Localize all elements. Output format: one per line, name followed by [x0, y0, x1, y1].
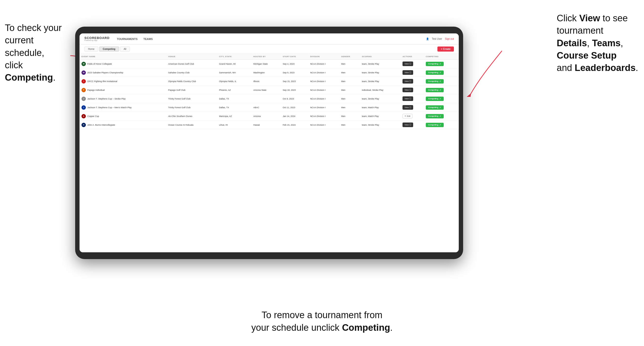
annotation-topleft: To check your current schedule, click Co… [5, 22, 73, 84]
tablet-frame: SCOREBOARD Powered by clipp TOURNAMENTS … [75, 27, 463, 259]
tab-all[interactable]: All [120, 46, 130, 52]
scoreboard-logo: SCOREBOARD Powered by clipp [84, 36, 110, 41]
view-button[interactable]: View ⓘ [402, 105, 413, 110]
cell-scoring: team, Stroke Play [360, 60, 400, 68]
table-row: A Copper Cup Ak-Chin Southern DunesMaric… [80, 112, 459, 121]
cell-venue: Trinity Forest Golf Club [166, 94, 217, 103]
competing-button[interactable]: Competing ✓ [426, 97, 444, 101]
annotation-bottomcenter: To remove a tournament from your schedul… [237, 309, 407, 334]
cell-scoring: team, Match Play [360, 112, 400, 121]
cell-city-state: Grand Haven, MI [217, 60, 251, 68]
cell-hosted-by: Illinois [252, 77, 281, 86]
cell-event-name: I OFCC Fighting Illini Invitational [80, 77, 166, 86]
cell-venue: Ak-Chin Southern Dunes [166, 112, 217, 121]
cell-start-date: Sep 18, 2023 [281, 86, 308, 94]
view-button[interactable]: View ⓘ [402, 70, 413, 75]
event-name-text: Jackson T. Stephens Cup – Men's Match Pl… [87, 106, 132, 109]
cell-event-name: W 2023 Sahalee Players Championship [80, 68, 166, 77]
cell-division: NCAA Division I [308, 77, 339, 86]
table-row: J Jackson T. Stephens Cup – Men's Match … [80, 103, 459, 112]
cell-actions: View ⓘ [400, 86, 424, 94]
event-name-text: Copper Cup [87, 115, 99, 117]
cell-hosted-by: Arizona [252, 112, 281, 121]
filter-bar: Home Competing All + Create [80, 44, 459, 54]
cell-event-name: J Jackson T. Stephens Cup – Stroke Play [80, 94, 166, 103]
edit-button[interactable]: ✏ Edit [402, 114, 412, 118]
cell-actions: View ⓘ [400, 68, 424, 77]
cell-scoring: individual, Stroke Play [360, 86, 400, 94]
navbar: SCOREBOARD Powered by clipp TOURNAMENTS … [80, 33, 459, 44]
create-button[interactable]: + Create [438, 46, 454, 52]
tab-home[interactable]: Home [84, 46, 98, 52]
cell-start-date: Sep 9, 2023 [281, 68, 308, 77]
cell-venue: Trinity Forest Golf Club [166, 103, 217, 112]
cell-hosted-by: Michigan State [252, 60, 281, 68]
cell-city-state: Lihue, HI [217, 121, 251, 129]
signout-link[interactable]: Sign out [445, 37, 454, 40]
competing-button[interactable]: Competing ✓ [426, 105, 444, 110]
cell-hosted-by: Hawaii [252, 121, 281, 129]
cell-division: NCAA Division I [308, 86, 339, 94]
col-event-name: EVENT NAME [80, 54, 166, 60]
col-city-state: CITY, STATE [217, 54, 251, 60]
nav-tournaments[interactable]: TOURNAMENTS [117, 37, 138, 40]
cell-scoring: team, Stroke Play [360, 94, 400, 103]
cell-division: NCAA Division I [308, 103, 339, 112]
cell-gender: Men [339, 112, 360, 121]
nav-teams[interactable]: TEAMS [143, 37, 153, 40]
cell-venue: Sahalee Country Club [166, 68, 217, 77]
cell-actions: View ⓘ [400, 77, 424, 86]
table-body: M Folds of Honor Collegiate American Dun… [80, 60, 459, 129]
cell-competing: Competing ✓ [424, 121, 459, 129]
team-logo: H [82, 123, 86, 127]
cell-gender: Men [339, 77, 360, 86]
cell-competing: Competing ✓ [424, 68, 459, 77]
competing-button[interactable]: Competing ✓ [426, 62, 444, 66]
col-division: DIVISION [308, 54, 339, 60]
cell-city-state: Phoenix, AZ [217, 86, 251, 94]
event-name-text: Papago Individual [87, 89, 105, 91]
cell-city-state: Dallas, TX [217, 103, 251, 112]
table-header-row: EVENT NAME VENUE CITY, STATE HOSTED BY S… [80, 54, 459, 60]
cell-scoring: team, Match Play [360, 103, 400, 112]
competing-button[interactable]: Competing ✓ [426, 79, 444, 84]
cell-hosted-by: ABAC [252, 103, 281, 112]
filter-tabs: Home Competing All [84, 46, 130, 52]
cell-division: NCAA Division I [308, 60, 339, 68]
cell-city-state: Maricopa, AZ [217, 112, 251, 121]
cell-division: NCAA Division I [308, 68, 339, 77]
arrow-view-btn [456, 48, 504, 97]
competing-button[interactable]: Competing ✓ [426, 88, 444, 92]
event-name-text: John A. Burns Intercollegiate [87, 124, 115, 126]
competing-button[interactable]: Competing ✓ [426, 114, 444, 118]
cell-scoring: team, Stroke Play [360, 77, 400, 86]
competing-button[interactable]: Competing ✓ [426, 123, 444, 127]
team-logo: W [82, 70, 86, 75]
cell-start-date: Sep 15, 2023 [281, 77, 308, 86]
tab-competing[interactable]: Competing [99, 46, 119, 52]
col-scoring: SCORING [360, 54, 400, 60]
col-start-date: START DATE [281, 54, 308, 60]
cell-actions: ✏ Edit [400, 112, 424, 121]
competing-button[interactable]: Competing ✓ [426, 70, 444, 75]
user-name: Test User [432, 37, 442, 40]
view-button[interactable]: View ⓘ [402, 61, 413, 66]
team-logo: I [82, 79, 86, 84]
cell-gender: Men [339, 86, 360, 94]
cell-event-name: P Papago Individual [80, 86, 166, 94]
cell-city-state: Sammamish, WA [217, 68, 251, 77]
col-gender: GENDER [339, 54, 360, 60]
cell-scoring: team, Stroke Play [360, 121, 400, 129]
col-actions: ACTIONS [400, 54, 424, 60]
view-button[interactable]: View ⓘ [402, 123, 413, 127]
view-button[interactable]: View ⓘ [402, 79, 413, 84]
cell-actions: View ⓘ [400, 103, 424, 112]
table-row: J Jackson T. Stephens Cup – Stroke Play … [80, 94, 459, 103]
cell-event-name: J Jackson T. Stephens Cup – Men's Match … [80, 103, 166, 112]
event-name-text: 2023 Sahalee Players Championship [87, 71, 123, 74]
nav-links: TOURNAMENTS TEAMS [117, 37, 153, 40]
view-button[interactable]: View ⓘ [402, 88, 413, 92]
cell-gender: Men [339, 121, 360, 129]
view-button[interactable]: View ⓘ [402, 96, 413, 101]
event-name-text: OFCC Fighting Illini Invitational [87, 80, 117, 83]
